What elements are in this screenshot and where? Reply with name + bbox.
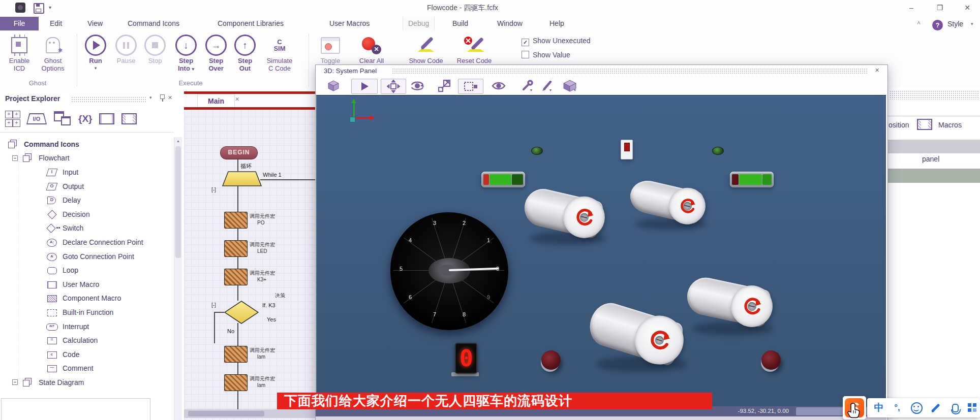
windows-icon[interactable] <box>54 111 71 126</box>
tree-interrupt[interactable]: Interrupt <box>0 319 173 334</box>
pause-button[interactable]: Pause <box>112 35 140 64</box>
component-macro-node[interactable] <box>224 374 248 391</box>
hscrollbar-thumb[interactable] <box>188 411 264 416</box>
explorer-drag-handle[interactable] <box>71 96 146 102</box>
help-icon[interactable]: ? <box>932 20 943 30</box>
variables-icon[interactable]: {X} <box>78 113 92 124</box>
3d-window-drag-handle[interactable] <box>392 68 867 74</box>
component-macro-node[interactable] <box>224 212 248 229</box>
editor-hscrollbar[interactable] <box>184 409 315 418</box>
step-out-button[interactable]: ↑ Step Out <box>232 35 258 72</box>
scrollbar-thumb[interactable] <box>175 146 181 258</box>
step-into-button[interactable]: ↓ Step Into ▾ <box>172 35 200 73</box>
switch-component[interactable] <box>621 140 633 159</box>
orbit-tool-button[interactable] <box>407 79 427 93</box>
handwriting-button[interactable] <box>928 398 943 417</box>
3d-viewport[interactable]: 0 1 2 3 4 5 6 7 8 9 0 <box>316 95 886 407</box>
dc-motor-front-right[interactable] <box>627 177 705 225</box>
tree-state-diagram[interactable]: State Diagram <box>0 375 173 390</box>
panel-row-label[interactable]: panel <box>922 155 939 163</box>
collapse-box-icon[interactable] <box>12 379 18 385</box>
explorer-scrollbar[interactable]: ▲ ▼ <box>174 137 182 420</box>
collapse-box-icon[interactable] <box>12 155 18 161</box>
menu-build[interactable]: Build <box>452 17 468 30</box>
style-button[interactable]: Style <box>947 20 963 28</box>
begin-node[interactable]: BEGIN <box>220 146 258 159</box>
region-select-button[interactable] <box>458 79 483 94</box>
component-macro-toolbar-icon[interactable] <box>121 113 137 124</box>
menu-debug[interactable]: Debug <box>403 17 435 30</box>
menu-help[interactable]: Help <box>549 17 564 30</box>
save-icon[interactable] <box>34 3 44 14</box>
tree-delay[interactable]: Delay <box>0 193 173 207</box>
led-component[interactable] <box>531 147 543 155</box>
led-component[interactable] <box>712 147 724 155</box>
reset-code-button[interactable]: Reset Code <box>451 35 497 64</box>
minimize-button[interactable]: – <box>904 3 919 13</box>
pan-tool-button[interactable] <box>381 79 406 94</box>
panel-row[interactable] <box>887 140 980 153</box>
potentiometer-right[interactable] <box>761 350 781 370</box>
dc-motor-front-left[interactable] <box>521 185 605 239</box>
component-macro-node[interactable] <box>224 346 248 363</box>
explorer-close-icon[interactable]: ✕ <box>168 94 172 101</box>
tree-output[interactable]: Output <box>0 179 173 193</box>
led-bargraph-right[interactable] <box>730 172 774 187</box>
ghost-options-button[interactable]: Ghost Options <box>36 35 70 72</box>
grid-add-icon[interactable]: ++++ <box>5 111 19 127</box>
menu-command-icons[interactable]: Command Icons <box>128 17 179 30</box>
tree-goto-connection-point[interactable]: Goto Connection Point <box>0 249 173 264</box>
tree-loop[interactable]: Loop <box>0 263 173 277</box>
tools-wrench-icon[interactable]: ▾ <box>519 79 535 93</box>
simulate-panel-play-button[interactable] <box>351 79 378 94</box>
tree-command-icons[interactable]: Command Icons <box>0 137 173 151</box>
tree-comment[interactable]: Comment <box>0 362 173 376</box>
panel-drag-handle[interactable] <box>890 90 978 100</box>
pin-icon[interactable] <box>160 94 165 99</box>
simulate-c-code-button[interactable]: CSIM Simulate C Code <box>260 35 299 72</box>
run-button[interactable]: Run ▾ <box>81 35 110 72</box>
emoji-button[interactable] <box>909 398 924 417</box>
while-loop-node[interactable] <box>222 171 262 186</box>
collapse-badge[interactable]: [-] <box>211 302 216 308</box>
3d-view-icon[interactable] <box>325 79 342 93</box>
visibility-eye-icon[interactable] <box>489 79 508 93</box>
tree-flowchart[interactable]: Flowchart <box>0 151 173 166</box>
menu-view[interactable]: View <box>87 17 103 30</box>
user-macro-toolbar-icon[interactable] <box>99 113 114 124</box>
scroll-up-icon[interactable]: ▲ <box>174 139 182 143</box>
close-button[interactable]: ✕ <box>960 3 975 13</box>
component-macro-node[interactable] <box>224 240 248 257</box>
show-code-button[interactable]: Show Code <box>404 35 448 64</box>
tree-built-in-function[interactable]: Built-in Function <box>0 305 173 319</box>
paint-brush-icon[interactable]: ▾ <box>538 79 555 93</box>
tree-calculation[interactable]: Calculation <box>0 333 173 347</box>
step-over-button[interactable]: → Step Over <box>202 35 230 72</box>
3d-window-close-icon[interactable]: ✕ <box>875 67 879 74</box>
tree-decision[interactable]: Decision <box>0 207 173 221</box>
quick-access-caret-icon[interactable]: ▾ <box>49 5 51 10</box>
seven-segment-display[interactable]: 0 <box>455 343 477 374</box>
tree-declare-connection-point[interactable]: Declare Connection Point <box>0 235 173 249</box>
tree-user-macro[interactable]: User Macro <box>0 277 173 292</box>
enable-icd-button[interactable]: Enable ICD <box>4 35 35 72</box>
explorer-dropdown-icon[interactable]: ▾ <box>149 95 152 100</box>
menu-window[interactable]: Window <box>497 17 523 30</box>
collapse-badge[interactable]: [-] <box>211 187 216 192</box>
dc-motor-rear-right[interactable] <box>684 274 772 328</box>
potentiometer-left[interactable] <box>541 350 561 370</box>
stop-button[interactable]: Stop <box>141 35 169 64</box>
voice-input-button[interactable] <box>947 398 963 417</box>
menu-component-libraries[interactable]: Component Libraries <box>218 17 284 30</box>
menu-file[interactable]: File <box>0 17 39 30</box>
punctuation-button[interactable]: °, <box>890 398 905 417</box>
3d-window-titlebar[interactable]: 3D: System Panel ✕ <box>316 65 886 77</box>
tab-main[interactable]: Main <box>197 94 235 108</box>
macros-toolbar-icon[interactable] <box>917 119 932 130</box>
keyboard-menu-button[interactable] <box>966 398 979 417</box>
clear-all-breakpoints-button[interactable]: ✕ Clear All <box>350 35 393 64</box>
tree-code[interactable]: Code <box>0 347 173 362</box>
style-caret-icon[interactable]: ▾ <box>971 21 973 26</box>
shapes-box-icon[interactable]: ▾ <box>560 79 580 93</box>
decision-node[interactable] <box>224 301 259 324</box>
